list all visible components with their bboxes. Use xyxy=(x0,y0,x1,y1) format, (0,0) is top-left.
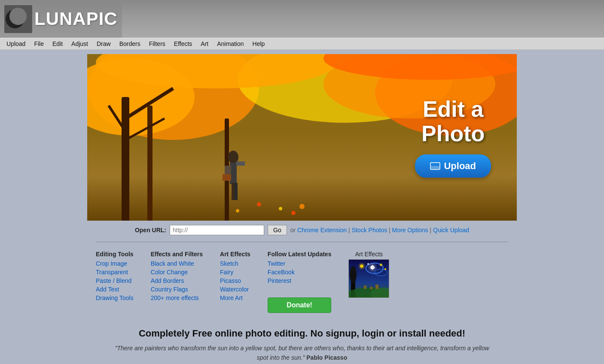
svg-point-37 xyxy=(380,264,382,266)
nav-adjust[interactable]: Adjust xyxy=(67,39,92,49)
svg-rect-51 xyxy=(375,285,378,289)
svg-point-48 xyxy=(368,263,377,272)
hero-title: Edit a Photo xyxy=(415,97,491,146)
transparent-link[interactable]: Transparent xyxy=(96,269,134,276)
crop-image-link[interactable]: Crop Image xyxy=(96,260,134,267)
svg-point-38 xyxy=(384,268,386,270)
url-links: or Chrome Extension | Stock Photos | Mor… xyxy=(290,227,469,234)
art-effects-thumb-label: Art Effects xyxy=(355,251,383,258)
nav-edit[interactable]: Edit xyxy=(48,39,67,49)
svg-rect-26 xyxy=(232,183,235,200)
logo-area: LUNAPIC xyxy=(0,0,122,38)
follow-title: Follow Latest Updates xyxy=(268,251,332,258)
svg-rect-29 xyxy=(236,161,245,166)
svg-point-2 xyxy=(9,8,27,25)
nav-upload[interactable]: Upload xyxy=(2,39,30,49)
nav-animation[interactable]: Animation xyxy=(213,39,248,49)
hero-image: Edit a Photo Upload xyxy=(87,54,517,221)
logo-icon xyxy=(4,5,32,33)
facebook-link[interactable]: FaceBook xyxy=(268,269,332,276)
main: Edit a Photo Upload Open URL: Go or Chro… xyxy=(0,50,604,364)
svg-rect-31 xyxy=(431,166,439,169)
nav-draw[interactable]: Draw xyxy=(92,39,115,49)
chrome-extension-link[interactable]: Chrome Extension xyxy=(297,227,347,234)
url-bar: Open URL: Go or Chrome Extension | Stock… xyxy=(135,225,469,235)
editing-tools-column: Editing Tools Crop Image Transparent Pas… xyxy=(96,251,134,301)
twitter-link[interactable]: Twitter xyxy=(268,260,332,267)
svg-point-44 xyxy=(350,266,357,283)
svg-point-20 xyxy=(299,204,305,209)
tagline: Completely Free online photo editing. No… xyxy=(139,328,465,339)
svg-point-18 xyxy=(257,202,261,206)
drawing-tools-link[interactable]: Drawing Tools xyxy=(96,294,134,301)
nav-file[interactable]: File xyxy=(30,39,48,49)
quote: "There are painters who transform the su… xyxy=(109,343,495,363)
svg-rect-50 xyxy=(370,287,372,289)
divider xyxy=(96,242,508,242)
logo-text: LUNAPIC xyxy=(32,9,118,29)
quote-attribution: Pablo Picasso xyxy=(306,354,347,361)
color-change-link[interactable]: Color Change xyxy=(151,269,203,276)
fairy-link[interactable]: Fairy xyxy=(220,269,250,276)
svg-point-40 xyxy=(367,263,369,265)
quick-upload-link[interactable]: Quick Upload xyxy=(433,227,469,234)
svg-rect-11 xyxy=(147,106,153,221)
nav-help[interactable]: Help xyxy=(248,39,269,49)
watercolor-link[interactable]: Watercolor xyxy=(220,286,250,293)
add-borders-link[interactable]: Add Borders xyxy=(151,277,203,284)
hero-overlay: Edit a Photo Upload xyxy=(415,97,491,178)
svg-point-47 xyxy=(358,263,365,270)
country-flags-link[interactable]: Country Flags xyxy=(151,286,203,293)
header: LUNAPIC xyxy=(0,0,604,38)
svg-rect-27 xyxy=(235,183,238,200)
svg-rect-49 xyxy=(364,285,366,289)
svg-point-19 xyxy=(279,207,282,210)
stock-photos-link[interactable]: Stock Photos xyxy=(352,227,387,234)
art-effects-title: Art Effects xyxy=(220,251,250,258)
art-effects-image xyxy=(348,259,389,298)
url-label: Open URL: xyxy=(135,227,166,234)
bottom-links: Editing Tools Crop Image Transparent Pas… xyxy=(96,251,508,313)
black-white-link[interactable]: Black and White xyxy=(151,260,203,267)
add-text-link[interactable]: Add Text xyxy=(96,286,134,293)
nav-art[interactable]: Art xyxy=(196,39,213,49)
effects-filters-title: Effects and Filters xyxy=(151,251,203,258)
url-input[interactable] xyxy=(170,225,264,235)
hero-upload-button[interactable]: Upload xyxy=(415,155,491,178)
svg-point-21 xyxy=(236,209,239,212)
pinterest-link[interactable]: Pinterest xyxy=(268,277,332,284)
sketch-link[interactable]: Sketch xyxy=(220,260,250,267)
nav-filters[interactable]: Filters xyxy=(145,39,170,49)
navbar: Upload File Edit Adjust Draw Borders Fil… xyxy=(0,38,604,50)
svg-rect-28 xyxy=(223,174,231,181)
art-effects-thumbnail: Art Effects xyxy=(348,251,389,298)
more-effects-link[interactable]: 200+ more effects xyxy=(151,294,203,301)
nav-borders[interactable]: Borders xyxy=(115,39,145,49)
picasso-link[interactable]: Picasso xyxy=(220,277,250,284)
follow-column: Follow Latest Updates Twitter FaceBook P… xyxy=(268,251,332,313)
more-options-link[interactable]: More Options xyxy=(392,227,428,234)
more-art-link[interactable]: More Art xyxy=(220,294,250,301)
donate-button[interactable]: Donate! xyxy=(268,297,332,313)
editing-tools-title: Editing Tools xyxy=(96,251,134,258)
svg-point-22 xyxy=(291,211,296,215)
nav-effects[interactable]: Effects xyxy=(170,39,197,49)
effects-filters-column: Effects and Filters Black and White Colo… xyxy=(151,251,203,301)
art-effects-column: Art Effects Sketch Fairy Picasso Waterco… xyxy=(220,251,250,301)
go-button[interactable]: Go xyxy=(268,225,287,235)
paste-blend-link[interactable]: Paste / Blend xyxy=(96,277,134,284)
